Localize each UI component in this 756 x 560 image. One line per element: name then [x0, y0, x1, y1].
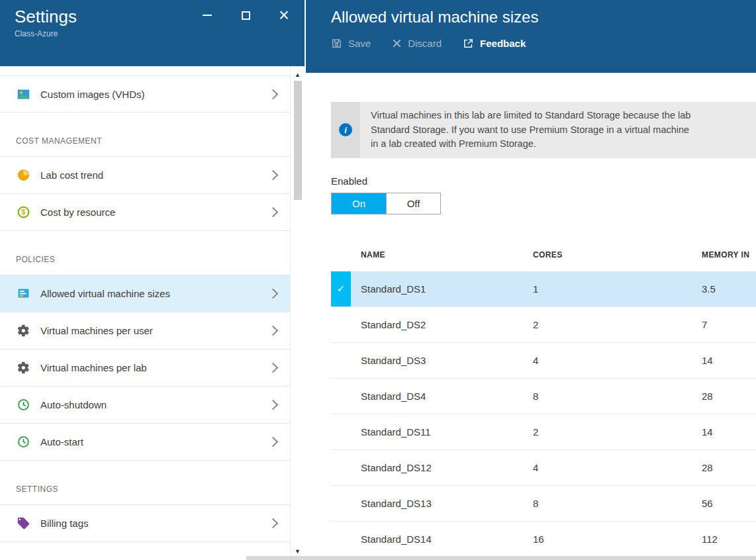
blade-header: Allowed virtual machine sizes Save Disca…	[306, 0, 756, 73]
chevron-right-icon	[268, 363, 279, 373]
cell-memory: 112	[692, 534, 756, 545]
toggle-on-button[interactable]: On	[332, 193, 386, 214]
selection-strip	[331, 486, 351, 521]
discard-button[interactable]: Discard	[392, 38, 442, 49]
gear-icon	[16, 324, 30, 338]
cell-memory: 28	[692, 391, 756, 402]
chevron-right-icon	[268, 289, 279, 299]
sidebar-item-auto-shutdown[interactable]: Auto-shutdown	[0, 387, 290, 424]
sidebar-item-vm-per-user[interactable]: Virtual machines per user	[0, 312, 290, 350]
selection-strip	[331, 450, 351, 485]
cell-memory: 56	[692, 498, 756, 509]
selection-strip	[331, 307, 351, 342]
sidebar-item-label: Lab cost trend	[40, 169, 103, 181]
save-icon	[331, 38, 342, 49]
vm-size-table: NAME CORES MEMORY IN ✓ Standard_DS1 1 3.…	[331, 238, 756, 557]
info-line: Virtual machines in this lab are limited…	[371, 109, 690, 123]
sidebar-scrollbar[interactable]: ▲ ▼	[290, 66, 305, 560]
selection-strip	[331, 414, 351, 449]
cell-name: Standard_DS2	[351, 319, 523, 330]
info-line: in a lab created with Premium Storage.	[371, 137, 690, 152]
feedback-button[interactable]: Feedback	[463, 38, 526, 49]
panel-subtitle: Class-Azure	[15, 29, 290, 38]
maximize-button[interactable]	[238, 8, 253, 23]
cell-cores: 4	[523, 462, 692, 473]
table-row[interactable]: ✓ Standard_DS1 1 3.5	[331, 271, 756, 307]
info-banner-strip: i	[331, 102, 360, 158]
cell-name: Standard_DS1	[351, 283, 523, 295]
cell-cores: 1	[523, 283, 692, 295]
sidebar-item-label: Custom images (VHDs)	[40, 89, 145, 100]
toggle-off-button[interactable]: Off	[386, 193, 440, 214]
maximize-icon	[242, 11, 250, 20]
cell-name: Standard_DS12	[351, 462, 523, 473]
close-button[interactable]: ×	[277, 8, 291, 23]
clock-icon	[16, 398, 30, 412]
clock-icon	[16, 435, 30, 449]
scrollbar-thumb[interactable]	[294, 81, 302, 200]
selection-strip	[331, 343, 351, 378]
blade-title: Allowed virtual machine sizes	[331, 8, 756, 26]
table-row[interactable]: Standard_DS4 8 28	[331, 379, 756, 414]
cell-cores: 16	[523, 534, 692, 545]
vm-sizes-blade: Allowed virtual machine sizes Save Disca…	[305, 0, 756, 560]
table-row[interactable]: Standard_DS2 2 7	[331, 307, 756, 343]
sidebar-item-lab-cost-trend[interactable]: Lab cost trend	[0, 157, 290, 194]
selection-strip: ✓	[331, 271, 351, 306]
feedback-icon	[463, 38, 474, 49]
discard-icon	[392, 38, 402, 48]
cell-name: Standard_DS13	[351, 498, 523, 509]
selection-strip	[331, 379, 351, 414]
cost-icon: $	[16, 205, 30, 220]
cell-name: Standard_DS11	[351, 426, 523, 438]
discard-label: Discard	[408, 38, 442, 49]
chevron-right-icon	[268, 207, 279, 218]
scroll-up-icon[interactable]: ▲	[295, 69, 301, 81]
horizontal-scrollbar[interactable]	[246, 556, 756, 560]
cell-memory: 14	[692, 426, 756, 438]
azure-portal: Settings Class-Azure × Custom images (VH…	[0, 0, 756, 560]
table-row[interactable]: Standard_DS11 2 14	[331, 414, 756, 450]
table-row[interactable]: Standard_DS12 4 28	[331, 450, 756, 486]
cell-name: Standard_DS14	[351, 534, 523, 545]
sidebar-item-allowed-vm-sizes[interactable]: Allowed virtual machine sizes	[0, 275, 290, 312]
pie-chart-icon	[16, 168, 30, 183]
cell-memory: 3.5	[692, 283, 756, 295]
column-header-cores: CORES	[523, 250, 692, 259]
close-icon: ×	[279, 7, 289, 24]
check-icon: ✓	[337, 283, 346, 295]
cell-cores: 4	[523, 355, 692, 366]
sidebar-item-label: Virtual machines per lab	[40, 362, 147, 373]
sidebar-item-label: Virtual machines per user	[40, 325, 153, 336]
cell-name: Standard_DS4	[351, 391, 523, 402]
image-icon	[16, 87, 30, 101]
chevron-right-icon	[268, 437, 279, 447]
sidebar-item-label: Cost by resource	[40, 207, 115, 218]
info-banner-text: Virtual machines in this lab are limited…	[360, 102, 701, 158]
cell-name: Standard_DS3	[351, 355, 523, 366]
command-bar: Save Discard Feedback	[331, 38, 756, 49]
minimize-button[interactable]	[200, 8, 214, 23]
save-button[interactable]: Save	[331, 38, 371, 49]
info-icon: i	[339, 123, 352, 136]
cell-cores: 2	[523, 319, 692, 330]
table-row[interactable]: Standard_DS14 16 112	[331, 522, 756, 557]
sidebar-item-auto-start[interactable]: Auto-start	[0, 424, 290, 461]
table-row[interactable]: Standard_DS3 4 14	[331, 343, 756, 379]
scrollbar-track[interactable]	[291, 81, 305, 545]
sidebar-item-label: Auto-shutdown	[40, 399, 107, 410]
table-row[interactable]: Standard_DS13 8 56	[331, 486, 756, 522]
sidebar-item-label: Billing tags	[40, 518, 89, 529]
minimize-icon	[203, 15, 212, 16]
cell-cores: 8	[523, 391, 692, 402]
sidebar-item-vm-per-lab[interactable]: Virtual machines per lab	[0, 350, 290, 387]
chevron-right-icon	[268, 170, 279, 181]
selection-strip-header	[331, 238, 351, 271]
sidebar-item-cost-by-resource[interactable]: $ Cost by resource	[0, 194, 290, 231]
section-settings: SETTINGS	[0, 461, 290, 505]
settings-panel-header: Settings Class-Azure ×	[0, 0, 305, 66]
sidebar-item-billing-tags[interactable]: Billing tags	[0, 505, 290, 542]
sidebar-item-custom-images[interactable]: Custom images (VHDs)	[0, 75, 290, 113]
chevron-right-icon	[268, 518, 279, 529]
cell-cores: 8	[523, 498, 692, 509]
